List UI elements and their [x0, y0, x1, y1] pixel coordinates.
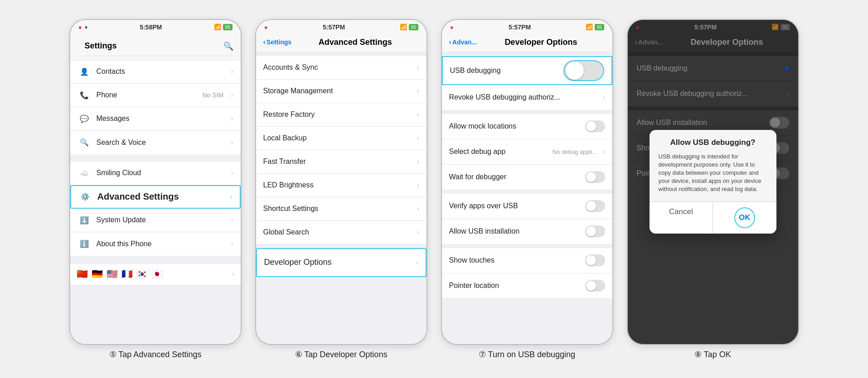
adv-item-shortcut[interactable]: Shortcut Settings › — [256, 197, 427, 221]
nav-bar-2: ‹ Settings Advanced Settings — [256, 33, 427, 53]
item-contacts[interactable]: 👤 Contacts › — [70, 60, 241, 84]
mock-loc-toggle[interactable] — [585, 120, 605, 132]
battery-1: 95 — [223, 24, 232, 30]
dialog-ok-button[interactable]: OK — [713, 202, 776, 234]
phone-frame-2: ● 5:57PM 📶 95 ‹ Settings Advanced Settin… — [255, 19, 427, 345]
storage-chevron: › — [417, 87, 419, 95]
back-button-2[interactable]: ‹ Settings — [263, 38, 292, 46]
phone-value: No SIM — [202, 91, 223, 99]
adv-separator-mid — [256, 244, 427, 248]
nav-bar-3: ‹ Advan... Developer Options — [442, 33, 612, 53]
adv-settings-list: Accounts & Sync › Storage Management › R… — [256, 53, 427, 344]
contacts-chevron: › — [231, 67, 233, 76]
dev-item-debug-app[interactable]: Select debug app No debug appli... › — [442, 139, 612, 165]
flags-chevron: › — [232, 270, 234, 278]
dev-item-wait-debugger[interactable]: Wait for debugger — [442, 165, 612, 190]
messages-icon: 💬 — [78, 112, 91, 125]
dev-item-pointer-loc[interactable]: Pointer location — [442, 273, 612, 299]
pointer-loc-toggle[interactable] — [585, 280, 605, 292]
item-smiling-cloud[interactable]: ☁️ Smiling Cloud › — [70, 162, 241, 185]
panel3-container: ● 5:57PM 📶 95 ‹ Advan... Developer Optio… — [441, 19, 613, 359]
dev-sep-2 — [442, 190, 612, 194]
settings-list-1: 👤 Contacts › 📞 Phone No SIM › 💬 Messages… — [70, 60, 241, 344]
back-label-2: Settings — [267, 38, 291, 46]
caption-1: ⑤ Tap Advanced Settings — [109, 349, 202, 359]
wait-debugger-toggle[interactable] — [585, 171, 605, 183]
contacts-label: Contacts — [97, 67, 226, 76]
adv-item-developer-options[interactable]: Developer Options › — [256, 248, 427, 277]
adv-item-storage[interactable]: Storage Management › — [256, 80, 427, 103]
item-about-phone[interactable]: ℹ️ About this Phone › — [70, 232, 241, 256]
dialog-body: USB debugging is intended for developmen… — [650, 151, 776, 202]
item-system-update[interactable]: ⬇️ System Update › — [70, 209, 241, 232]
phone-frame-1: ● ♦ 5:58PM 📶 95 Settings 🔍 👤 — [69, 19, 242, 345]
dialog-overlay: Allow USB debugging? USB debugging is in… — [628, 20, 798, 344]
dev-item-verify-usb[interactable]: Verify apps over USB — [442, 194, 612, 219]
about-phone-icon: ℹ️ — [78, 237, 91, 251]
usb-debug-toggle[interactable] — [563, 60, 604, 81]
item-search-voice[interactable]: 🔍 Search & Voice › — [70, 131, 241, 154]
back-arrow-2: ‹ — [263, 38, 266, 46]
dev-item-mock-loc[interactable]: Allow mock locations — [442, 114, 612, 139]
battery-3: 95 — [595, 24, 604, 30]
bluetooth-icon: ♦ — [85, 24, 87, 30]
dialog-title: Allow USB debugging? — [650, 130, 776, 151]
wait-debugger-thumb — [586, 172, 596, 182]
item-messages[interactable]: 💬 Messages › — [70, 107, 241, 131]
item-phone[interactable]: 📞 Phone No SIM › — [70, 84, 241, 107]
ok-label: OK — [739, 213, 751, 222]
system-update-chevron: › — [231, 216, 233, 224]
phone-icon: 📞 — [78, 88, 91, 102]
dev-sep-1 — [442, 110, 612, 114]
flags-row[interactable]: 🇨🇳 🇩🇪 🇺🇸 🇫🇷 🇰🇷 🇯🇵 › — [70, 263, 241, 285]
back-label-3: Advan... — [452, 38, 477, 46]
panel4-container: ● 5:57PM 📶 95 ‹ Advan... Developer Optio… — [627, 19, 799, 359]
verify-usb-toggle[interactable] — [585, 200, 605, 212]
separator-2 — [70, 256, 241, 263]
back-arrow-3: ‹ — [449, 38, 451, 46]
storage-label: Storage Management — [263, 87, 412, 95]
mock-loc-label: Allow mock locations — [449, 122, 580, 130]
usb-install-toggle[interactable] — [585, 225, 605, 237]
item-advanced-settings[interactable]: ⚙️ Advanced Settings › — [70, 185, 241, 209]
adv-item-transfer[interactable]: Fast Transfer › — [256, 150, 427, 174]
transfer-chevron: › — [417, 158, 419, 166]
panel1-container: ● ♦ 5:58PM 📶 95 Settings 🔍 👤 — [69, 19, 242, 359]
adv-item-restore[interactable]: Restore Factory › — [256, 103, 427, 127]
adv-item-backup[interactable]: Local Backup › — [256, 127, 427, 150]
wait-debugger-label: Wait for debugger — [449, 173, 580, 181]
back-button-3[interactable]: ‹ Advan... — [449, 38, 477, 46]
about-phone-chevron: › — [231, 240, 233, 248]
dialog-cancel-button[interactable]: Cancel — [650, 202, 713, 234]
adv-item-accounts-sync[interactable]: Accounts & Sync › — [256, 56, 427, 80]
nav-title-2: Advanced Settings — [291, 38, 419, 47]
phone-chevron: › — [231, 91, 233, 99]
led-chevron: › — [417, 181, 419, 189]
shortcut-chevron: › — [417, 205, 419, 213]
usb-debug-label: USB debugging — [450, 67, 558, 75]
dev-sep-top — [442, 53, 612, 56]
revoke-usb-label: Revoke USB debugging authoriz... — [449, 93, 597, 101]
advanced-settings-chevron: › — [230, 193, 232, 201]
show-touches-label: Show touches — [449, 256, 580, 264]
search-button-1[interactable]: 🔍 — [223, 41, 233, 51]
advanced-settings-label: Advanced Settings — [97, 191, 225, 202]
adv-item-led[interactable]: LED Brightness › — [256, 174, 427, 197]
usb-install-label: Allow USB installation — [449, 227, 580, 235]
phone-frame-3: ● 5:57PM 📶 95 ‹ Advan... Developer Optio… — [441, 19, 613, 345]
nav-title-1: Settings — [78, 36, 233, 56]
wifi-icon-1: 📶 — [214, 24, 221, 30]
adv-item-global-search[interactable]: Global Search › — [256, 221, 427, 244]
nav-title-3: Developer Options — [477, 38, 605, 47]
flag-kr: 🇰🇷 — [136, 268, 148, 279]
about-phone-label: About this Phone — [97, 240, 226, 248]
status-bar-3: ● 5:57PM 📶 95 — [442, 20, 612, 33]
usb-toggle-thumb — [566, 62, 584, 80]
dev-item-show-touches[interactable]: Show touches — [442, 248, 612, 273]
section-group-1: 👤 Contacts › 📞 Phone No SIM › 💬 Messages… — [70, 60, 241, 154]
show-touches-toggle[interactable] — [585, 254, 605, 266]
debug-app-label: Select debug app — [449, 148, 547, 156]
dev-item-revoke-usb[interactable]: Revoke USB debugging authoriz... › — [442, 85, 612, 110]
dev-item-usb-install[interactable]: Allow USB installation — [442, 219, 612, 244]
dev-item-usb-debug[interactable]: USB debugging — [442, 56, 612, 85]
